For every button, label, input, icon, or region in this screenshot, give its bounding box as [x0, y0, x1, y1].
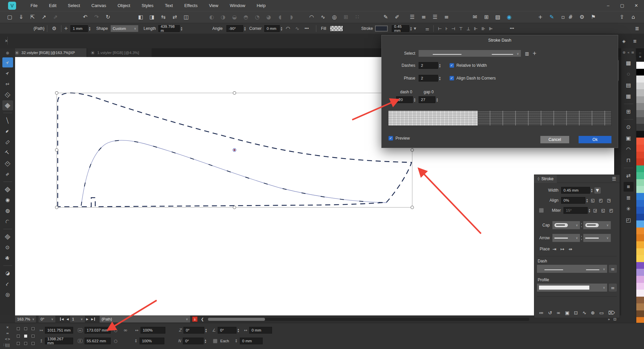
home-icon[interactable]: ⌂ [630, 13, 637, 21]
align-dash-corners-checkbox[interactable]: ✓ [449, 76, 454, 81]
length-field[interactable]: 439.798 m [158, 25, 180, 32]
gap0-spinner[interactable]: ▲▼ [436, 98, 438, 102]
export-document-icon[interactable]: ⇱ [29, 13, 36, 21]
nudge-field[interactable]: 1 mm [70, 25, 88, 32]
gradient-tool[interactable]: ▥ [2, 232, 13, 242]
swap-caps-icon[interactable]: ›‹ [581, 222, 582, 228]
color-swatch[interactable] [636, 117, 644, 124]
clone-icon[interactable]: ◑ [219, 13, 227, 21]
align-middle-icon[interactable]: ⊥ [467, 27, 470, 31]
region-select-icon[interactable]: ▫ [559, 13, 567, 21]
draw-tool-icon[interactable]: ✎ [548, 13, 555, 21]
cap-curve-icon[interactable]: ∿ [295, 23, 300, 34]
align-more[interactable]: ••• [510, 23, 514, 34]
offset-x-field[interactable]: 0 mm [249, 327, 272, 334]
align-inside-icon[interactable]: ◱ [590, 197, 596, 204]
place-end-icon[interactable]: ⇸ [568, 247, 572, 251]
color-picker-tool[interactable]: ◒ [2, 268, 13, 278]
context-menu-icon[interactable]: ≣ [635, 23, 639, 34]
dash-pattern-editor[interactable] [388, 110, 611, 126]
color-swatch[interactable] [636, 96, 644, 103]
x-position-field[interactable]: 1011.751 mm [45, 327, 73, 334]
blob-tool[interactable]: ◍ [2, 206, 13, 216]
color-swatch[interactable] [636, 110, 644, 117]
color-swatch[interactable] [636, 179, 644, 186]
cancel-button[interactable]: Cancel [540, 136, 569, 143]
angle-field[interactable]: -90° [226, 25, 243, 32]
menu-edit[interactable]: Edit [43, 0, 62, 11]
cap-end-dropdown[interactable]: ∨ [583, 221, 611, 229]
share-document-icon[interactable]: ↗ [40, 13, 48, 21]
distribute-v-icon[interactable]: ⊫ [489, 27, 493, 31]
direct-select-tool[interactable]: ➣ [2, 68, 13, 78]
next-page-button[interactable]: ▶ [86, 317, 89, 321]
color-swatch[interactable] [636, 103, 644, 110]
dodge-icon[interactable]: ◖ [276, 13, 284, 21]
corner-icon[interactable]: ◰ [624, 215, 634, 225]
edit-copy-icon[interactable]: ✐ [393, 13, 401, 21]
place-mid-icon[interactable]: ↦ [560, 247, 565, 251]
zoom-tool[interactable]: ◎ [2, 290, 13, 300]
prev-page-button[interactable]: ◀ [66, 317, 69, 321]
distribute-h-icon[interactable]: ⊪ [481, 27, 485, 31]
color-swatch[interactable] [636, 193, 644, 200]
patch-icon[interactable]: ▣ [624, 133, 634, 143]
align-field[interactable]: 0% [561, 197, 585, 204]
sync-icon[interactable]: ↻ [104, 13, 112, 21]
rotate-cw-icon[interactable]: ⇄ [171, 13, 178, 21]
dash-preset-dropdown[interactable]: ∨ [419, 50, 521, 57]
color-swatch[interactable] [636, 165, 644, 172]
color-swatch[interactable] [636, 283, 644, 290]
color-swatch[interactable] [636, 69, 644, 76]
stamp-tool[interactable]: ✾ [2, 253, 13, 263]
crop-tool[interactable]: ⌐ [2, 279, 13, 289]
color-swatch[interactable] [636, 207, 644, 214]
y-position-field[interactable]: 1398.267 mm [45, 338, 73, 344]
color-swatch[interactable] [636, 276, 644, 283]
color-swatch[interactable] [636, 76, 644, 83]
menu-canvas[interactable]: Canvas [86, 0, 112, 11]
color-swatch[interactable] [636, 290, 644, 297]
burn-icon[interactable]: ◗ [288, 13, 295, 21]
properties-icon[interactable]: ≔ [539, 310, 544, 315]
width-dropdown[interactable]: ▼ [594, 187, 601, 194]
width-dim-field[interactable]: 173.037 mm [85, 327, 111, 334]
menu-file[interactable]: File [25, 0, 43, 11]
card-icon[interactable]: ▤ [624, 80, 634, 90]
pen-tool[interactable]: ✒ [2, 126, 13, 136]
horizontal-scrollbar[interactable] [208, 318, 529, 321]
color-swatch[interactable] [636, 303, 644, 310]
join-bevel-icon[interactable]: ◰ [608, 207, 614, 214]
arc-icon[interactable]: ◠ [308, 13, 315, 21]
gap0-field[interactable]: 27 [419, 96, 435, 103]
zoom-dropdown[interactable]: 163.7%∨ [15, 316, 36, 322]
arrow-start-dropdown[interactable]: ∨ [552, 234, 580, 242]
phase-field[interactable]: 2 [419, 75, 438, 82]
align-left-icon[interactable]: ⊢ [438, 27, 442, 31]
gear-icon[interactable]: ⚙ [52, 23, 56, 34]
delete-icon[interactable]: ⌦ [608, 310, 615, 315]
link-dimensions-icon[interactable]: ∞ [123, 327, 128, 333]
text-tool[interactable]: T [2, 148, 13, 158]
fan-tool[interactable]: ◠ [2, 216, 13, 227]
collapse-left-button[interactable]: ❮ [201, 317, 204, 321]
loop-icon[interactable]: ⇄ [624, 171, 634, 181]
scale-x-field[interactable]: 100% [141, 327, 165, 334]
duplicate-icon[interactable]: ◫ [182, 13, 190, 21]
select-tool[interactable]: ➢ [2, 57, 13, 67]
align-bottom-icon[interactable]: ⊩ [474, 27, 478, 31]
align-top-icon[interactable]: ⊤ [459, 27, 463, 31]
proportional-toggle-icon[interactable]: ○ [114, 328, 117, 333]
marquee-tool[interactable]: ▦ [2, 100, 13, 110]
align-center-h-icon[interactable]: ⊦ [445, 27, 448, 31]
menu-view[interactable]: View [203, 0, 224, 11]
color-swatch[interactable] [636, 152, 644, 159]
join-miter-icon[interactable]: ◲ [592, 207, 598, 214]
disc-icon[interactable]: ◉ [505, 13, 513, 21]
rect-icon[interactable]: ▭ [599, 310, 604, 315]
stitch-circle-icon[interactable]: ◌ [624, 69, 634, 79]
shear-v-field[interactable]: 0° [183, 338, 204, 344]
cap-start-dropdown[interactable]: ∨ [552, 221, 580, 229]
color-swatch[interactable] [636, 248, 644, 255]
selection-dropdown[interactable]: {Path}∨ [100, 316, 190, 322]
